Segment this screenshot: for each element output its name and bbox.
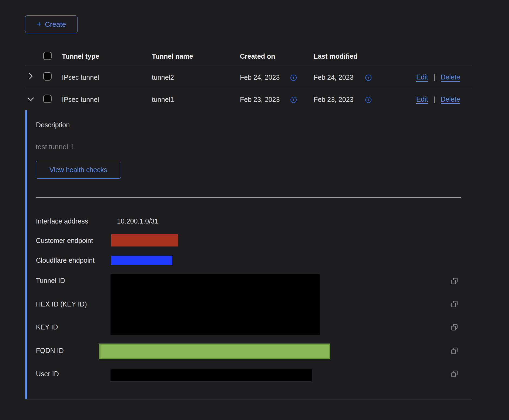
row-checkbox[interactable] (43, 72, 52, 81)
delete-link[interactable]: Delete (441, 95, 460, 103)
copy-icon[interactable] (451, 347, 458, 355)
view-health-checks-label: View health checks (49, 166, 107, 174)
delete-link[interactable]: Delete (441, 73, 460, 81)
info-icon[interactable] (365, 97, 371, 103)
redacted-user-id-value (110, 369, 312, 381)
description-text: test tunnel 1 (36, 143, 74, 151)
info-icon[interactable] (290, 97, 297, 103)
view-health-checks-button[interactable]: View health checks (36, 161, 121, 179)
action-separator: | (434, 95, 436, 103)
field-value-interface-address: 10.200.1.0/31 (117, 217, 158, 225)
panel-bottom-divider (25, 399, 472, 399)
section-divider (36, 197, 461, 198)
description-heading: Description (36, 121, 70, 129)
header-divider (25, 65, 472, 65)
field-label-cloudflare-endpoint: Cloudflare endpoint (36, 256, 95, 265)
copy-icon[interactable] (451, 324, 458, 331)
redacted-customer-endpoint-value (111, 234, 178, 246)
redacted-cloudflare-endpoint-value (111, 256, 172, 265)
cell-tunnel-name: tunnel1 (152, 95, 174, 104)
field-label-fqdn-id: FQDN ID (36, 346, 64, 355)
copy-icon[interactable] (451, 278, 458, 285)
edit-link[interactable]: Edit (416, 73, 428, 81)
field-label-user-id: User ID (36, 370, 59, 378)
copy-icon[interactable] (451, 370, 458, 378)
create-button[interactable]: + Create (25, 15, 78, 33)
row-divider (25, 87, 472, 87)
field-label-interface-address: Interface address (36, 217, 88, 225)
cell-last-modified: Feb 23, 2023 (314, 95, 353, 104)
cell-tunnel-type: IPsec tunnel (62, 73, 99, 82)
field-label-key-id: KEY ID (36, 323, 58, 331)
redacted-fqdn-id-value (99, 344, 330, 359)
edit-link[interactable]: Edit (416, 95, 428, 103)
column-header-tunnel-type: Tunnel type (62, 52, 99, 61)
cell-created-on: Feb 23, 2023 (240, 95, 280, 104)
field-label-tunnel-id: Tunnel ID (36, 276, 65, 285)
row-checkbox[interactable] (43, 95, 52, 103)
cell-created-on: Feb 24, 2023 (240, 73, 280, 82)
ipsec-tunnels-page: + Create Tunnel type Tunnel name Created… (0, 0, 509, 420)
chevron-down-icon[interactable] (27, 96, 35, 102)
copy-icon[interactable] (451, 301, 458, 308)
cell-last-modified: Feb 24, 2023 (314, 73, 353, 82)
column-header-last-modified: Last modified (314, 52, 358, 61)
redacted-ids-block (110, 274, 320, 335)
action-separator: | (434, 73, 436, 81)
info-icon[interactable] (365, 75, 371, 81)
plus-icon: + (37, 20, 42, 28)
select-all-checkbox[interactable] (43, 52, 52, 60)
field-label-hex-id: HEX ID (KEY ID) (36, 300, 87, 308)
create-button-label: Create (45, 20, 66, 29)
field-label-customer-endpoint: Customer endpoint (36, 236, 93, 245)
column-header-created-on: Created on (240, 52, 275, 61)
info-icon[interactable] (290, 75, 297, 81)
chevron-right-icon[interactable] (28, 72, 34, 80)
cell-tunnel-type: IPsec tunnel (62, 95, 99, 104)
column-header-tunnel-name: Tunnel name (152, 52, 193, 61)
expanded-row-indicator-bar (25, 110, 27, 399)
cell-tunnel-name: tunnel2 (152, 73, 174, 82)
